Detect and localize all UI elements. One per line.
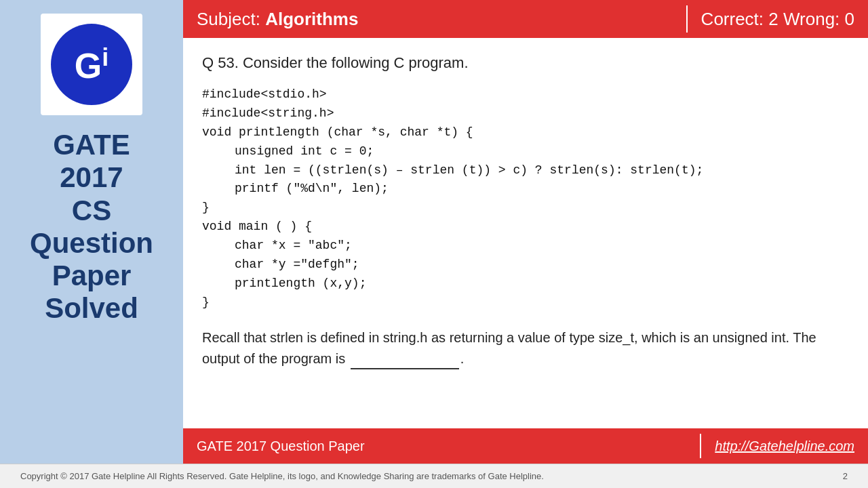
code-line-9: char *x = "abc"; <box>202 237 849 256</box>
footer-left-text: GATE 2017 Question Paper <box>183 439 700 454</box>
header-bar: Subject: Algorithms Correct: 2 Wrong: 0 <box>183 0 868 38</box>
logo-circle: Gi <box>51 24 132 105</box>
footer-link[interactable]: http://Gatehelpline.com <box>701 439 868 454</box>
code-line-3: void printlength (char *s, char *t) { <box>202 123 849 142</box>
header-score: Correct: 2 Wrong: 0 <box>701 9 854 30</box>
page-number: 2 <box>843 471 848 481</box>
code-line-2: #include<string.h> <box>202 104 849 123</box>
code-line-6: printf ("%d\n", len); <box>202 180 849 199</box>
code-line-4: unsigned int c = 0; <box>202 142 849 161</box>
subject-value: Algorithms <box>265 9 358 29</box>
code-line-8: void main ( ) { <box>202 218 849 237</box>
copyright-text: Copyright © 2017 Gate Helpline All Right… <box>20 471 544 481</box>
footer-bar: GATE 2017 Question Paper http://Gatehelp… <box>183 428 868 464</box>
question-title: Q 53. Consider the following C program. <box>202 54 849 72</box>
logo-icon: Gi <box>75 45 108 83</box>
description-text: Recall that strlen is defined in string.… <box>202 327 849 369</box>
content-area: Subject: Algorithms Correct: 2 Wrong: 0 … <box>183 0 868 464</box>
sidebar: Gi GATE 2017 CS Question Paper Solved <box>0 0 183 464</box>
logo-container: Gi <box>41 14 142 115</box>
code-line-1: #include<stdio.h> <box>202 85 849 104</box>
question-content: Q 53. Consider the following C program. … <box>183 38 868 428</box>
answer-blank <box>351 368 459 369</box>
header-divider <box>686 5 688 33</box>
code-line-7: } <box>202 199 849 218</box>
code-line-10: char *y ="defgh"; <box>202 256 849 274</box>
period: . <box>460 351 465 366</box>
copyright-bar: Copyright © 2017 Gate Helpline All Right… <box>0 464 868 488</box>
code-block: #include<stdio.h> #include<string.h> voi… <box>202 85 849 312</box>
code-line-12: } <box>202 293 849 312</box>
header-subject: Subject: Algorithms <box>197 9 673 30</box>
sidebar-title: GATE 2017 CS Question Paper Solved <box>30 129 153 325</box>
code-line-5: int len = ((strlen(s) – strlen (t)) > c)… <box>202 161 849 180</box>
code-line-11: printlength (x,y); <box>202 274 849 293</box>
